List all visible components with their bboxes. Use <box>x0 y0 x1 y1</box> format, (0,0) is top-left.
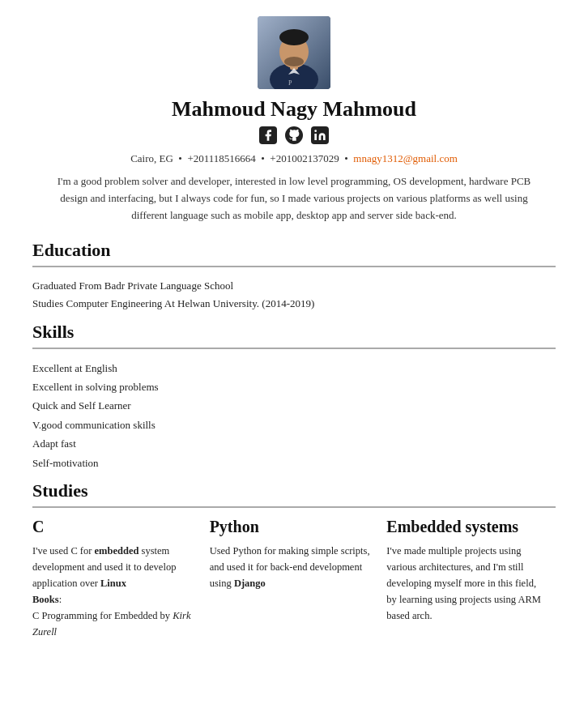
study-python-title: Python <box>210 518 371 536</box>
svg-point-9 <box>314 130 317 132</box>
avatar-container: P <box>32 16 556 89</box>
study-embedded-title: Embedded systems <box>386 518 548 536</box>
skills-title: Skills <box>32 322 556 343</box>
full-name: Mahmoud Nagy Mahmoud <box>32 97 556 122</box>
study-col-embedded: Embedded systems I've made multiple proj… <box>386 518 556 640</box>
facebook-icon[interactable] <box>259 126 277 144</box>
svg-point-5 <box>284 57 304 66</box>
email-link[interactable]: mnagy1312@gmail.com <box>353 152 458 164</box>
skill-item: V.good communication skills <box>32 416 556 434</box>
skills-section: Skills Excellent at English Excellent in… <box>32 322 556 472</box>
svg-point-4 <box>279 29 309 45</box>
studies-title: Studies <box>32 480 556 501</box>
svg-rect-8 <box>314 134 317 140</box>
linkedin-icon[interactable] <box>311 126 329 144</box>
social-icons-container <box>32 126 556 144</box>
study-c-body: I've used C for embedded system developm… <box>32 543 194 640</box>
studies-grid: C I've used C for embedded system develo… <box>32 518 556 640</box>
education-divider <box>32 266 556 267</box>
study-c-title: C <box>32 518 194 536</box>
studies-section: Studies C I've used C for embedded syste… <box>32 480 556 640</box>
education-content: Graduated From Badr Private Language Sch… <box>32 277 556 313</box>
skill-item: Quick and Self Learner <box>32 396 556 415</box>
skill-item: Adapt fast <box>32 434 556 453</box>
education-title: Education <box>32 240 556 261</box>
bio-text: I'm a good problem solver and developer,… <box>51 173 537 224</box>
study-col-c: C I've used C for embedded system develo… <box>32 518 202 640</box>
skill-item: Excellent in solving problems <box>32 377 556 396</box>
studies-divider <box>32 506 556 508</box>
skill-item: Excellent at English <box>32 359 556 377</box>
skill-item: Self-motivation <box>32 454 556 472</box>
study-col-python: Python Used Python for making simple scr… <box>210 518 379 640</box>
page-header: P Mahmoud Nagy Mahmoud Cairo, EG • +2011… <box>32 16 556 224</box>
contact-line: Cairo, EG • +201118516664 • +20100213702… <box>32 152 556 165</box>
skills-divider <box>32 348 556 349</box>
study-python-body: Used Python for making simple scripts, a… <box>210 543 371 591</box>
svg-text:P: P <box>288 79 292 87</box>
study-embedded-body: I've made multiple projects using variou… <box>386 543 548 624</box>
avatar: P <box>258 16 330 89</box>
github-icon[interactable] <box>285 126 303 144</box>
education-section: Education Graduated From Badr Private La… <box>32 240 556 313</box>
skills-list: Excellent at English Excellent in solvin… <box>32 359 556 472</box>
